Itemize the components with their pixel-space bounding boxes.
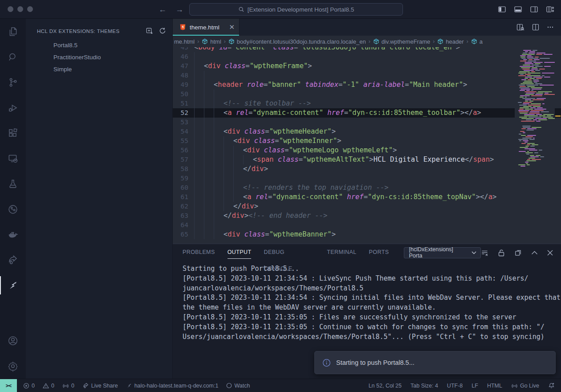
clear-output-icon[interactable] — [481, 249, 488, 257]
status-item-0[interactable]: 0 — [62, 383, 74, 389]
open-preview-icon[interactable] — [516, 24, 524, 31]
status-item-lf[interactable]: LF — [472, 383, 478, 389]
activity-docker[interactable] — [0, 222, 26, 247]
status-item-go-live[interactable]: Go Live — [511, 383, 539, 389]
code-line[interactable]: 65<div class="wpthemeBanner"> — [173, 230, 561, 239]
breadcrumb-item[interactable]: body#content.lotusui30dojo.tundra.claro.… — [228, 38, 366, 45]
close-tab-icon[interactable]: ✕ — [229, 23, 235, 31]
code-line[interactable]: 50 — [173, 90, 561, 99]
gitlens-icon — [7, 204, 19, 215]
breadcrumb-item[interactable]: div.wpthemeFrame — [373, 38, 431, 45]
breadcrumb: me.html›html›body#content.lotusui30dojo.… — [173, 36, 561, 47]
panel-tab-terminal[interactable]: TERMINAL — [327, 244, 356, 261]
split-editor-icon[interactable] — [532, 24, 539, 31]
code-line[interactable]: 58</div> — [173, 164, 561, 174]
status-item-watch[interactable]: Watch — [226, 383, 250, 389]
code-line[interactable]: 55<div class="wpthemeInner"> — [173, 136, 561, 146]
import-theme-icon[interactable] — [146, 27, 153, 35]
more-actions-icon[interactable] — [547, 24, 554, 31]
activity-testing[interactable] — [0, 171, 26, 196]
info-icon — [322, 359, 331, 367]
remote-explorer-icon — [7, 153, 19, 164]
activity-source-control[interactable] — [0, 69, 26, 95]
overview-ruler[interactable] — [555, 47, 561, 244]
code-line[interactable]: 59 — [173, 174, 561, 183]
open-output-in-editor-icon[interactable] — [514, 249, 522, 257]
status-item-html[interactable]: HTML — [487, 383, 502, 389]
activity-hcl-dx-extensions[interactable] — [0, 273, 26, 298]
toggle-secondary-sidebar-icon[interactable] — [530, 6, 538, 12]
code-line[interactable]: 45<body id="content" class="lotusui30doj… — [173, 47, 561, 52]
command-center-search[interactable]: [Extension Development Host] Portal8.5 — [189, 3, 403, 16]
breadcrumb-item[interactable]: html — [202, 38, 221, 45]
activity-extensions[interactable] — [0, 120, 26, 146]
vscode-window: ← → [Extension Development Host] Portal8… — [0, 0, 561, 392]
zoom-window-button[interactable] — [27, 6, 33, 12]
notification-toast[interactable]: Starting to push Portal8.5... — [314, 351, 556, 374]
nav-forward-icon[interactable]: → — [175, 0, 183, 19]
code-line[interactable]: 60<!-- renders the top navigation --> — [173, 183, 561, 192]
code-line[interactable]: 62</div> — [173, 202, 561, 211]
code-line[interactable]: 54<div class="wpthemeHeader"> — [173, 127, 561, 136]
output-line: Users/juancarlovalencia/workspaces/Theme… — [183, 332, 561, 342]
code-editor[interactable]: 45<body id="content" class="lotusui30doj… — [173, 47, 561, 244]
breadcrumb-item[interactable]: header — [437, 38, 463, 45]
code-line[interactable]: 57<span class="wpthemeAltText">HCL Digit… — [173, 155, 561, 164]
code-line[interactable]: 46 — [173, 52, 561, 61]
status-left: 000Live Sharehalo-halo-latest.team-q-dev… — [23, 383, 250, 389]
code-line[interactable]: 53 — [173, 118, 561, 127]
output-line: juancarlovalencia/workspaces/Themes/Port… — [183, 284, 561, 294]
code-line[interactable]: 61<a rel="dynamic-content" href="dyn-cs:… — [173, 192, 561, 202]
tree-item-portal8.5[interactable]: Portal8.5 — [26, 39, 172, 51]
status-item-0[interactable]: 0 — [23, 383, 35, 389]
activity-search[interactable] — [0, 44, 26, 69]
code-line[interactable]: 63</div><!-- end header --> — [173, 211, 561, 220]
code-line[interactable]: 52<a rel="dynamic-content" href="dyn-cs:… — [173, 108, 561, 118]
nav-back-icon[interactable]: ← — [159, 0, 167, 19]
code-line[interactable]: 47<div class="wpthemeFrame"> — [173, 61, 561, 71]
code-line[interactable]: 48 — [173, 71, 561, 80]
activity-explorer[interactable] — [0, 19, 26, 44]
toggle-primary-sidebar-icon[interactable] — [498, 6, 506, 12]
tree-item-simple[interactable]: Simple — [26, 63, 172, 75]
close-panel-icon[interactable] — [547, 250, 553, 256]
status-item-live-share[interactable]: Live Share — [82, 383, 118, 389]
minimap[interactable] — [515, 50, 555, 167]
tree-item-practitionerstudio[interactable]: PractitionerStudio — [26, 51, 172, 63]
customize-layout-icon[interactable] — [546, 6, 554, 12]
panel-tab-problems[interactable]: PROBLEMS — [183, 244, 215, 261]
maximize-panel-icon[interactable] — [531, 250, 538, 255]
tab-theme-html[interactable]: 5 theme.html ✕ — [173, 19, 240, 36]
close-window-button[interactable] — [8, 6, 13, 12]
refresh-icon[interactable] — [159, 27, 166, 34]
panel-tab-debug-console[interactable]: DEBUG CONSOLE — [264, 244, 314, 261]
breadcrumb-item[interactable]: a — [471, 38, 483, 45]
output-line: [Portal8.5] 2023-10-11 21:34:54 : Syncin… — [183, 293, 561, 303]
status-item-ln-52-col-25[interactable]: Ln 52, Col 25 — [369, 383, 402, 389]
settings-menu[interactable] — [0, 353, 26, 379]
breadcrumb-separator: › — [433, 38, 435, 45]
accounts-menu[interactable] — [0, 328, 26, 353]
output-channel-select[interactable]: [hclDxExtensions] Porta — [404, 247, 481, 258]
status-item-tab-size-4[interactable]: Tab Size: 4 — [411, 383, 438, 389]
activity-gitlens[interactable] — [0, 196, 26, 222]
breadcrumb-item[interactable]: me.html — [174, 38, 195, 45]
status-item-0[interactable]: 0 — [43, 383, 54, 389]
remote-indicator[interactable]: >< — [0, 379, 17, 392]
panel-tab-ports[interactable]: PORTS — [369, 244, 389, 261]
status-item-bell-dot[interactable] — [548, 382, 555, 389]
code-line[interactable]: 51<!-- site toolbar --> — [173, 99, 561, 108]
minimize-window-button[interactable] — [17, 6, 23, 12]
activity-run-debug[interactable] — [0, 95, 26, 120]
source-control-icon — [7, 77, 19, 88]
code-line[interactable]: 49<header role="banner" tabindex="-1" ar… — [173, 80, 561, 90]
code-line[interactable]: 64 — [173, 220, 561, 230]
status-item-halo-halo-latest-team-q-dev-com-1[interactable]: halo-halo-latest.team-q-dev.com:1 — [126, 383, 219, 389]
panel-tab-output[interactable]: OUTPUT — [228, 244, 252, 261]
toggle-panel-icon[interactable] — [514, 6, 522, 12]
code-line[interactable]: 56<div class="wpthemeLogo wpthemeLeft"> — [173, 146, 561, 155]
activity-remote-explorer[interactable] — [0, 146, 26, 171]
status-item-utf-8[interactable]: UTF-8 — [447, 383, 463, 389]
activity-live-share[interactable] — [0, 247, 26, 273]
unlock-icon[interactable] — [498, 249, 505, 257]
